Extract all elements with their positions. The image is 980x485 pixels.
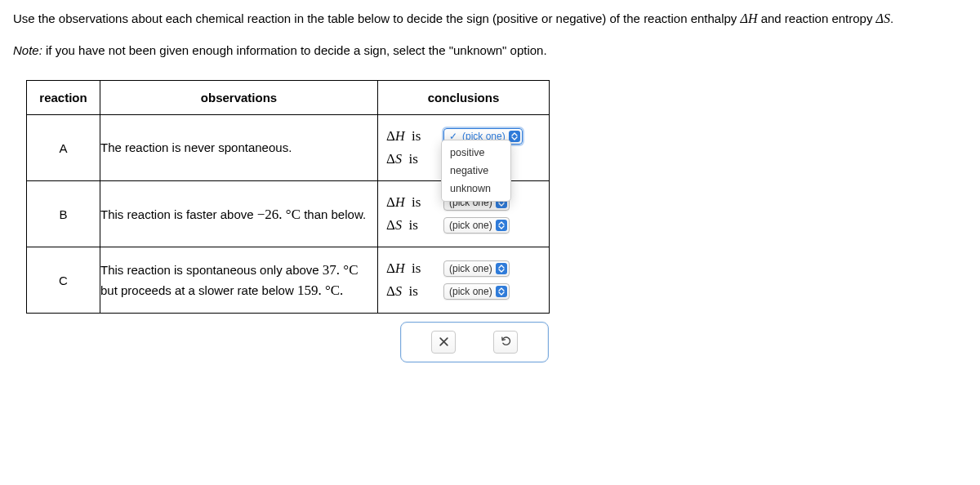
picker-dropdown[interactable]: positive negative unknown	[441, 140, 511, 202]
note-line: Note: if you have not been given enough …	[13, 41, 967, 60]
header-reaction: reaction	[27, 81, 100, 115]
table-row: A The reaction is never spontaneous. ΔH …	[27, 115, 550, 181]
reset-button[interactable]	[493, 331, 518, 354]
dropdown-option-unknown[interactable]: unknown	[442, 180, 510, 198]
answer-box	[400, 322, 549, 363]
prompt-text: and reaction entropy	[758, 11, 876, 25]
observation-cell: This reaction is spontaneous only above …	[100, 247, 378, 314]
prompt-text: .	[890, 11, 893, 25]
clear-button[interactable]	[431, 331, 456, 354]
delta-s-symbol: ΔS	[876, 11, 890, 25]
reaction-id: C	[27, 247, 100, 314]
prompt-text: Use the observations about each chemical…	[13, 11, 741, 25]
reaction-table: reaction observations conclusions A The …	[26, 80, 550, 314]
note-text: if you have not been given enough inform…	[42, 43, 547, 57]
picker-value: (pick one)	[449, 220, 492, 231]
note-label: Note:	[13, 43, 42, 57]
delta-s-label: ΔS is	[386, 283, 435, 300]
delta-h-picker[interactable]: (pick one)	[443, 260, 510, 277]
picker-value: (pick one)	[449, 286, 492, 297]
reaction-id: B	[27, 181, 100, 247]
observation-cell: The reaction is never spontaneous.	[100, 115, 378, 181]
observation-cell: This reaction is faster above −26. °C th…	[100, 181, 378, 247]
chevron-updown-icon	[496, 263, 507, 274]
header-conclusions: conclusions	[378, 81, 550, 115]
delta-h-symbol: ΔH	[741, 11, 758, 25]
delta-s-picker[interactable]: (pick one)	[443, 283, 510, 300]
delta-h-label: ΔH is	[386, 128, 435, 145]
delta-s-label: ΔS is	[386, 217, 435, 234]
table-row: C This reaction is spontaneous only abov…	[27, 247, 550, 314]
dropdown-option-negative[interactable]: negative	[442, 162, 510, 180]
picker-value: (pick one)	[449, 263, 492, 274]
dropdown-option-positive[interactable]: positive	[442, 144, 510, 162]
close-icon	[439, 336, 449, 349]
chevron-updown-icon	[496, 220, 507, 231]
chevron-updown-icon	[496, 286, 507, 297]
answer-toolbar	[26, 322, 549, 363]
delta-s-label: ΔS is	[386, 151, 435, 167]
question-prompt: Use the observations about each chemical…	[13, 7, 967, 31]
delta-s-picker[interactable]: (pick one)	[443, 217, 510, 234]
undo-icon	[500, 335, 512, 349]
delta-h-label: ΔH is	[386, 260, 435, 277]
header-observations: observations	[100, 81, 378, 115]
delta-h-label: ΔH is	[386, 194, 435, 211]
reaction-id: A	[27, 115, 100, 181]
